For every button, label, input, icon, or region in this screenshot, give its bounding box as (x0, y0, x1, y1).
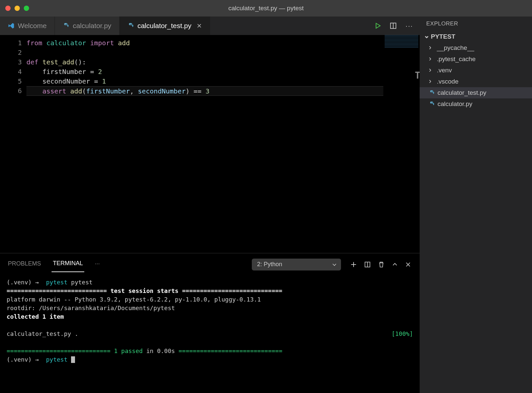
code-lines[interactable]: from calculator import adddef test_add()… (26, 35, 383, 253)
vscode-icon (8, 22, 15, 29)
terminal-output[interactable]: (.venv) → pytest pytest=================… (0, 272, 420, 393)
panel: PROBLEMS TERMINAL ··· 2: Python (0, 253, 420, 393)
panel-tabs: PROBLEMS TERMINAL ··· 2: Python (0, 253, 420, 272)
explorer-file[interactable]: calculator.py (420, 98, 532, 110)
chevron-right-icon (429, 44, 434, 52)
explorer-folder[interactable]: .venv (420, 65, 532, 76)
code-line[interactable] (26, 48, 383, 57)
chevron-down-icon (332, 262, 337, 267)
python-icon (429, 101, 435, 107)
terminal-cursor (71, 356, 75, 363)
code-editor[interactable]: 123456 from calculator import adddef tes… (0, 35, 420, 253)
panel-tab-problems[interactable]: PROBLEMS (7, 257, 42, 272)
editor-tabs: Welcome calculator.py calculator_test.py (0, 17, 420, 35)
python-icon (63, 22, 69, 29)
more-actions-icon[interactable]: ··· (405, 22, 413, 30)
explorer-root[interactable]: PYTEST (420, 31, 532, 42)
split-editor-icon[interactable] (390, 22, 397, 29)
svg-point-7 (431, 102, 432, 103)
chevron-right-icon (429, 78, 434, 85)
explorer-folder[interactable]: .pytest_cache (420, 54, 532, 65)
code-line[interactable]: def test_add(): (26, 57, 383, 67)
python-icon (429, 90, 435, 96)
line-number: 5 (0, 77, 22, 86)
tree-item-label: __pycache__ (437, 44, 474, 52)
svg-point-1 (130, 23, 131, 24)
line-number: 4 (0, 67, 22, 77)
sidebar-explorer: EXPLORER PYTEST __pycache__.pytest_cache… (420, 17, 532, 393)
tab-label: calculator_test.py (137, 22, 191, 30)
split-terminal-icon[interactable] (364, 261, 371, 268)
tree-item-label: .pytest_cache (437, 55, 475, 63)
zoom-window-button[interactable] (24, 6, 29, 11)
tree-item-label: .venv (437, 67, 452, 74)
window-title: calculator_test.py — pytest (228, 5, 304, 12)
explorer-tree: __pycache__.pytest_cache.venv.vscodecalc… (420, 42, 532, 110)
code-line[interactable]: from calculator import add (26, 38, 383, 48)
editor-actions: ··· (368, 17, 420, 35)
explorer-root-label: PYTEST (431, 33, 455, 40)
explorer-folder[interactable]: .vscode (420, 76, 532, 87)
window-controls (5, 6, 29, 11)
titlebar: calculator_test.py — pytest (0, 0, 532, 17)
python-icon (128, 22, 134, 29)
tab-calculator-test-py[interactable]: calculator_test.py (120, 17, 210, 35)
panel-tab-more[interactable]: ··· (94, 257, 101, 272)
tree-item-label: calculator.py (437, 100, 473, 108)
code-line[interactable]: firstNumber = 2 (26, 67, 383, 77)
terminal-selector[interactable]: 2: Python (252, 259, 341, 270)
tree-item-label: .vscode (437, 78, 458, 85)
run-icon[interactable] (374, 22, 381, 29)
tab-label: calculator.py (73, 22, 111, 30)
gutter: 123456 (0, 35, 26, 253)
explorer-header: EXPLORER (420, 17, 532, 31)
maximize-panel-icon[interactable] (392, 262, 398, 268)
panel-tab-terminal[interactable]: TERMINAL (52, 257, 84, 272)
new-terminal-icon[interactable] (350, 261, 357, 268)
line-number: 1 (0, 38, 22, 48)
line-number: 6 (0, 86, 22, 96)
minimap[interactable]: T (383, 35, 420, 253)
close-window-button[interactable] (5, 6, 11, 11)
terminal-selector-label: 2: Python (257, 261, 282, 268)
minimap-glyph: T (415, 71, 420, 80)
minimize-window-button[interactable] (15, 6, 20, 11)
line-number: 3 (0, 57, 22, 67)
chevron-right-icon (429, 55, 434, 63)
explorer-folder[interactable]: __pycache__ (420, 42, 532, 54)
tab-label: Welcome (18, 22, 47, 30)
chevron-down-icon (424, 33, 429, 40)
minimap-content (385, 35, 418, 48)
explorer-file[interactable]: calculator_test.py (420, 87, 532, 98)
code-line[interactable]: assert add(firstNumber, secondNumber) ==… (26, 86, 383, 96)
tree-item-label: calculator_test.py (437, 89, 486, 96)
svg-point-0 (65, 23, 66, 24)
chevron-right-icon (429, 67, 434, 74)
close-panel-icon[interactable] (405, 262, 411, 268)
code-line[interactable]: secondNumber = 1 (26, 77, 383, 86)
tab-welcome[interactable]: Welcome (0, 17, 55, 35)
tab-calculator-py[interactable]: calculator.py (55, 17, 120, 35)
line-number: 2 (0, 48, 22, 57)
close-tab-icon[interactable] (197, 23, 202, 28)
kill-terminal-icon[interactable] (378, 261, 385, 268)
svg-point-6 (431, 91, 432, 91)
